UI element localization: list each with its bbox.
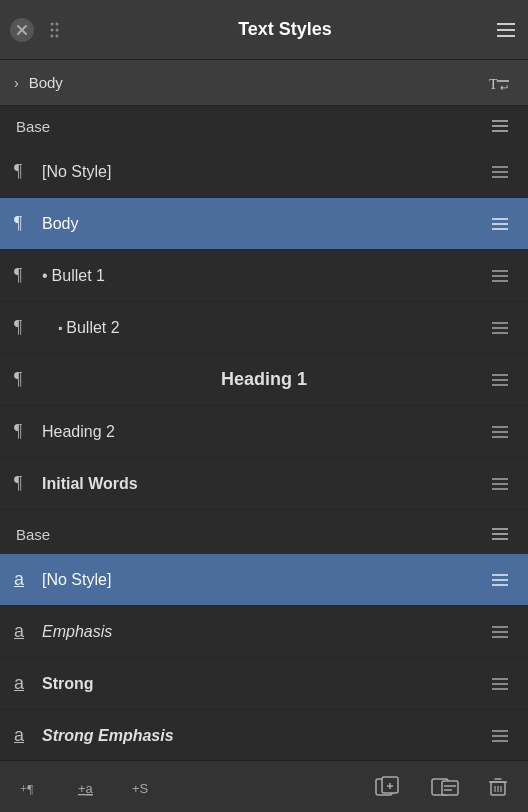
paragraph-section-menu[interactable] <box>488 114 512 138</box>
emphasis-menu[interactable] <box>486 618 514 646</box>
svg-point-6 <box>56 28 59 31</box>
svg-rect-19 <box>442 781 458 795</box>
heading1-item[interactable]: ¶ Heading 1 <box>0 354 528 406</box>
char-no-style-menu[interactable] <box>486 566 514 594</box>
duplicate-button[interactable] <box>368 769 408 805</box>
bullet1-label: Bullet 1 <box>52 267 486 285</box>
svg-point-7 <box>56 34 59 37</box>
paragraph-section-header: Base <box>0 106 528 146</box>
bullet1-menu[interactable] <box>486 262 514 290</box>
char-icon: a <box>14 725 42 746</box>
strong-emphasis-menu[interactable] <box>486 722 514 750</box>
add-paragraph-style-button[interactable]: +¶ <box>16 769 56 805</box>
character-section-header: Base <box>0 514 528 554</box>
paragraph-icon: ¶ <box>14 317 42 338</box>
bullet1-dot: • <box>42 267 48 285</box>
character-section-label: Base <box>16 526 488 543</box>
apply-button[interactable] <box>426 769 466 805</box>
bullet1-item[interactable]: ¶ • Bullet 1 <box>0 250 528 302</box>
para-no-style-menu[interactable] <box>486 158 514 186</box>
bullet2-dot: ▪ <box>58 321 62 335</box>
bullet2-item[interactable]: ¶ ▪ Bullet 2 <box>0 302 528 354</box>
strong-emphasis-label: Strong Emphasis <box>42 727 486 745</box>
paragraph-icon: ¶ <box>14 421 42 442</box>
paragraph-icon: ¶ <box>14 369 42 390</box>
char-icon: a <box>14 621 42 642</box>
initial-words-menu[interactable] <box>486 470 514 498</box>
footer-toolbar: +¶ +a +S <box>0 760 528 812</box>
svg-text:+a: +a <box>78 781 94 796</box>
close-button[interactable] <box>10 18 34 42</box>
heading2-label: Heading 2 <box>42 423 486 441</box>
svg-text:+S: +S <box>132 781 149 796</box>
char-icon: a <box>14 569 42 590</box>
breadcrumb-back-button[interactable]: › <box>14 75 19 91</box>
svg-text:+¶: +¶ <box>20 781 33 796</box>
char-no-style-label: [No Style] <box>42 571 486 589</box>
add-character-style-button[interactable]: +a <box>74 769 110 805</box>
heading2-item[interactable]: ¶ Heading 2 <box>0 406 528 458</box>
svg-point-3 <box>51 28 54 31</box>
body-label: Body <box>42 215 486 233</box>
paragraph-icon: ¶ <box>14 161 42 182</box>
delete-button[interactable] <box>484 773 512 801</box>
paragraph-icon: ¶ <box>14 473 42 494</box>
add-s-style-button[interactable]: +S <box>128 769 164 805</box>
char-no-style-item[interactable]: a [No Style] <box>0 554 528 606</box>
bullet2-label: Bullet 2 <box>66 319 486 337</box>
paragraph-icon: ¶ <box>14 213 42 234</box>
character-section-menu[interactable] <box>488 522 512 546</box>
svg-text:↩: ↩ <box>500 82 508 93</box>
drag-handle <box>42 18 66 42</box>
emphasis-label: Emphasis <box>42 623 486 641</box>
format-text-icon[interactable]: T ↩ <box>484 68 514 98</box>
heading1-menu[interactable] <box>486 366 514 394</box>
body-item[interactable]: ¶ Body <box>0 198 528 250</box>
emphasis-item[interactable]: a Emphasis <box>0 606 528 658</box>
svg-point-5 <box>56 22 59 25</box>
strong-label: Strong <box>42 675 486 693</box>
strong-emphasis-item[interactable]: a Strong Emphasis <box>0 710 528 762</box>
svg-text:T: T <box>489 77 498 92</box>
char-icon: a <box>14 673 42 694</box>
header-menu-button[interactable] <box>494 18 518 42</box>
panel-title: Text Styles <box>76 19 494 40</box>
strong-menu[interactable] <box>486 670 514 698</box>
strong-item[interactable]: a Strong <box>0 658 528 710</box>
header: Text Styles <box>0 0 528 60</box>
breadcrumb-label: Body <box>29 74 484 91</box>
initial-words-item[interactable]: ¶ Initial Words <box>0 458 528 510</box>
paragraph-icon: ¶ <box>14 265 42 286</box>
para-no-style-label: [No Style] <box>42 163 486 181</box>
svg-point-2 <box>51 22 54 25</box>
body-menu[interactable] <box>486 210 514 238</box>
para-no-style-item[interactable]: ¶ [No Style] <box>0 146 528 198</box>
initial-words-label: Initial Words <box>42 475 486 493</box>
svg-point-4 <box>51 34 54 37</box>
breadcrumb-bar: › Body T ↩ <box>0 60 528 106</box>
heading1-label: Heading 1 <box>42 369 486 390</box>
bullet2-menu[interactable] <box>486 314 514 342</box>
paragraph-section-label: Base <box>16 118 488 135</box>
heading2-menu[interactable] <box>486 418 514 446</box>
